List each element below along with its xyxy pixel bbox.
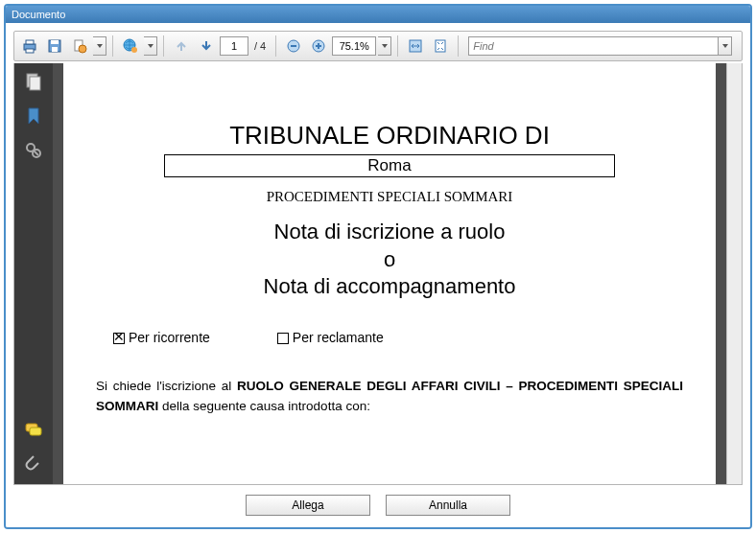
page-total-label: / 4 bbox=[250, 40, 270, 52]
doc-subtitle: PROCEDIMENTI SPECIALI SOMMARI bbox=[96, 189, 683, 205]
doc-heading: Nota di iscrizione a ruolo o Nota di acc… bbox=[96, 219, 683, 301]
zoom-input[interactable] bbox=[332, 36, 376, 56]
window-titlebar[interactable]: Documento bbox=[6, 6, 750, 23]
separator bbox=[112, 35, 113, 57]
find-dropdown[interactable] bbox=[719, 36, 732, 56]
vertical-scrollbar[interactable] bbox=[726, 63, 742, 484]
comments-panel-icon[interactable] bbox=[23, 419, 44, 440]
zoom-dropdown[interactable] bbox=[378, 36, 391, 56]
svg-rect-23 bbox=[30, 428, 41, 435]
fit-width-button[interactable] bbox=[404, 35, 427, 58]
checkbox-row: Per ricorrente Per reclamante bbox=[96, 330, 683, 345]
svg-rect-14 bbox=[318, 43, 319, 49]
print-button[interactable] bbox=[18, 35, 41, 58]
svg-rect-16 bbox=[436, 40, 445, 52]
pdf-viewer: TRIBUNALE ORDINARIO DI Roma PROCEDIMENTI… bbox=[13, 63, 743, 485]
svg-point-7 bbox=[79, 45, 86, 53]
cancel-button[interactable]: Annulla bbox=[386, 495, 510, 516]
pages-panel-icon[interactable] bbox=[23, 71, 44, 92]
pdf-sidebar bbox=[14, 63, 53, 484]
separator bbox=[397, 35, 398, 57]
search-panel-icon[interactable] bbox=[23, 140, 44, 161]
svg-rect-18 bbox=[30, 77, 40, 90]
svg-rect-4 bbox=[51, 40, 59, 44]
dialog-footer: Allega Annulla bbox=[13, 485, 743, 520]
svg-rect-2 bbox=[26, 49, 34, 53]
window-content: / 4 bbox=[6, 23, 750, 527]
window-title: Documento bbox=[12, 9, 65, 20]
prev-page-button bbox=[170, 35, 193, 58]
window: Documento bbox=[4, 4, 752, 529]
save-button[interactable] bbox=[43, 35, 66, 58]
checkbox-ricorrente[interactable]: Per ricorrente bbox=[113, 330, 210, 345]
checkbox-icon bbox=[277, 333, 289, 344]
find-input[interactable] bbox=[468, 36, 719, 56]
separator bbox=[275, 35, 276, 57]
document-pane[interactable]: TRIBUNALE ORDINARIO DI Roma PROCEDIMENTI… bbox=[53, 63, 726, 484]
doc-title: TRIBUNALE ORDINARIO DI bbox=[96, 121, 683, 151]
checkbox-icon bbox=[113, 333, 125, 344]
page-number-input[interactable] bbox=[220, 36, 248, 56]
fit-page-button[interactable] bbox=[429, 35, 452, 58]
svg-rect-5 bbox=[52, 47, 58, 52]
zoom-out-button[interactable] bbox=[282, 35, 305, 58]
separator bbox=[163, 35, 164, 57]
mail-button[interactable] bbox=[119, 35, 142, 58]
attach-button[interactable]: Allega bbox=[246, 495, 370, 516]
separator bbox=[458, 35, 459, 57]
pdf-toolbar: / 4 bbox=[13, 31, 743, 61]
find-container bbox=[468, 36, 732, 56]
svg-rect-1 bbox=[26, 40, 34, 44]
export-dropdown[interactable] bbox=[93, 36, 106, 56]
city-field[interactable]: Roma bbox=[164, 154, 615, 177]
svg-rect-11 bbox=[291, 45, 296, 47]
next-page-button[interactable] bbox=[195, 35, 218, 58]
svg-point-9 bbox=[131, 47, 137, 53]
export-button[interactable] bbox=[68, 35, 91, 58]
bookmarks-panel-icon[interactable] bbox=[23, 105, 44, 127]
zoom-in-button[interactable] bbox=[307, 35, 330, 58]
pdf-page: TRIBUNALE ORDINARIO DI Roma PROCEDIMENTI… bbox=[63, 63, 716, 484]
attachments-panel-icon[interactable] bbox=[23, 453, 44, 475]
checkbox-reclamante[interactable]: Per reclamante bbox=[277, 330, 384, 345]
mail-dropdown[interactable] bbox=[144, 36, 157, 56]
doc-body: Si chiede l'iscrizione al RUOLO GENERALE… bbox=[96, 376, 683, 417]
